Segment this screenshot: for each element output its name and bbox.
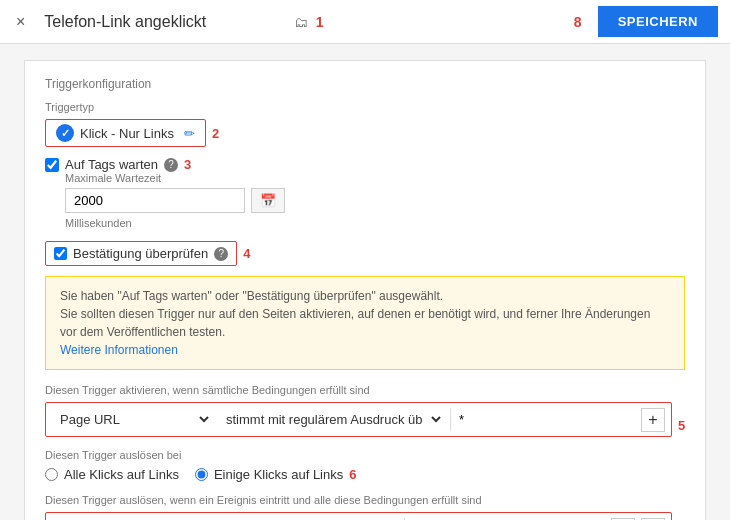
trigger-type-badge[interactable]: ✓ Klick - Nur Links ✏ (45, 119, 206, 147)
filter1-col2-select[interactable]: stimmt mit regulärem Ausdruck üb (218, 407, 444, 432)
bestatigung-checkbox[interactable] (54, 247, 67, 260)
radio-einige-label: Einige Klicks auf Links (214, 467, 343, 482)
trigger-type-icon: ✓ (56, 124, 74, 142)
warning-text2: Sie sollten diesen Trigger nur auf den S… (60, 305, 670, 341)
header: × 🗂 1 8 SPEICHERN (0, 0, 730, 44)
trigger-fire-label: Diesen Trigger auslösen bei (45, 449, 685, 461)
radio-einige-input[interactable] (195, 468, 208, 481)
trigger-type-name: Klick - Nur Links (80, 126, 174, 141)
max-wartezeit-label: Maximale Wartezeit (65, 172, 685, 184)
num3-label: 3 (184, 157, 191, 172)
num6-label: 6 (349, 467, 356, 482)
radio-alle-option[interactable]: Alle Klicks auf Links (45, 467, 179, 482)
bestatigung-help-icon[interactable]: ? (214, 247, 228, 261)
header-num1: 1 (316, 14, 324, 30)
filter1-row-wrapper: Page URL stimmt mit regulärem Ausdruck ü… (45, 402, 685, 449)
wait-time-input[interactable] (65, 188, 245, 213)
filter1-col1-select[interactable]: Page URL (52, 407, 212, 432)
warning-box: Sie haben "Auf Tags warten" oder "Bestät… (45, 276, 685, 370)
radio-row: Alle Klicks auf Links Einige Klicks auf … (45, 467, 343, 482)
close-button[interactable]: × (12, 9, 29, 35)
radio-alle-label: Alle Klicks auf Links (64, 467, 179, 482)
filter1-plus-button[interactable]: + (641, 408, 665, 432)
title-input[interactable] (37, 10, 285, 34)
auf-tags-help-icon[interactable]: ? (164, 158, 178, 172)
filter-activate-label: Diesen Trigger aktivieren, wenn sämtlich… (45, 384, 685, 396)
auf-tags-checkbox[interactable] (45, 158, 59, 172)
save-button[interactable]: SPEICHERN (598, 6, 718, 37)
auf-tags-row: Auf Tags warten ? 3 (45, 157, 685, 172)
warning-link[interactable]: Weitere Informationen (60, 343, 178, 357)
auf-tags-label: Auf Tags warten (65, 157, 158, 172)
auf-tags-section: Auf Tags warten ? 3 Maximale Wartezeit 📅… (45, 157, 685, 229)
trigger-config-card: Triggerkonfiguration Triggertyp ✓ Klick … (24, 60, 706, 520)
filter1-row: Page URL stimmt mit regulärem Ausdruck ü… (45, 402, 672, 437)
trigger-event-label: Diesen Trigger auslösen, wenn ein Ereign… (45, 494, 685, 506)
wait-time-row: 📅 (65, 188, 685, 213)
edit-icon[interactable]: ✏ (184, 126, 195, 141)
trigger-type-row: ✓ Klick - Nur Links ✏ 2 (45, 119, 685, 147)
filter2-row-wrapper: Click URL Protocol ist gleich - + 7 (45, 512, 685, 520)
milliseconds-label: Millisekunden (65, 217, 685, 229)
header-num8: 8 (574, 14, 582, 30)
bestatigung-label: Bestätigung überprüfen (73, 246, 208, 261)
filter2-row: Click URL Protocol ist gleich - + (45, 512, 672, 520)
calendar-button[interactable]: 📅 (251, 188, 285, 213)
trigger-config-label: Triggerkonfiguration (45, 77, 685, 91)
radio-alle-input[interactable] (45, 468, 58, 481)
folder-icon: 🗂 (294, 14, 308, 30)
radio-einige-option[interactable]: Einige Klicks auf Links (195, 467, 343, 482)
radio-row-wrapper: Alle Klicks auf Links Einige Klicks auf … (45, 467, 685, 482)
warning-text1: Sie haben "Auf Tags warten" oder "Bestät… (60, 287, 670, 305)
num2-label: 2 (212, 126, 219, 141)
auf-tags-checkbox-row: Auf Tags warten ? (45, 157, 178, 172)
main-content: Triggerkonfiguration Triggertyp ✓ Klick … (0, 44, 730, 520)
num5-label: 5 (678, 418, 685, 433)
bestatigung-row: Bestätigung überprüfen ? 4 (45, 241, 685, 266)
filter1-col3-input[interactable] (450, 408, 635, 431)
radio-section: Alle Klicks auf Links Einige Klicks auf … (45, 467, 685, 482)
num4-label: 4 (243, 246, 250, 261)
bestatigung-checkbox-bordered: Bestätigung überprüfen ? (45, 241, 237, 266)
triggertyp-label: Triggertyp (45, 101, 685, 113)
